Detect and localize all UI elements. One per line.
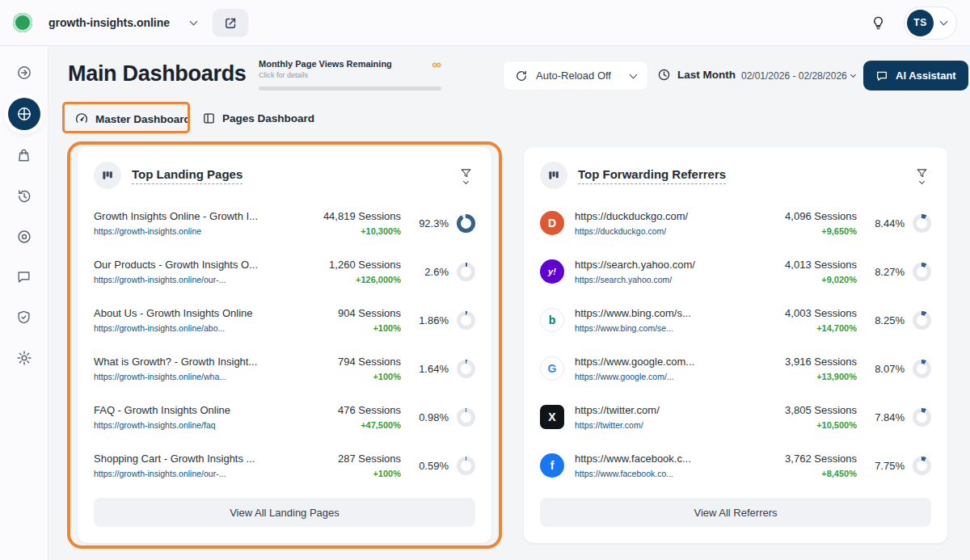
page-views-sublabel: Click for details [259,71,392,79]
landing-pages-list: Growth Insights Online - Growth I... htt… [78,196,491,490]
period-label: Last Month [677,69,736,81]
page-views-remaining[interactable]: Monthly Page Views Remaining Click for d… [259,59,441,91]
sessions-change: +100% [307,469,401,478]
filter-funnel-icon [916,167,928,179]
referrer-row[interactable]: X https://twitter.com/ https://twitter.c… [540,393,931,441]
percent-share: 92.3% [419,217,449,229]
auto-reload-dropdown[interactable]: Auto-Reload Off [503,61,648,91]
landing-page-title: Our Products - Growth Insights O... [94,259,301,271]
sidebar-item-goals[interactable] [9,221,39,251]
duckduckgo-icon: D [540,211,564,235]
donut-chart [457,408,475,427]
landing-page-row[interactable]: Growth Insights Online - Growth I... htt… [94,199,475,247]
sidebar-item-history[interactable] [9,181,39,211]
sessions-change: +100% [307,323,401,333]
referrer-row[interactable]: f https://www.facebook.c... https://www.… [540,441,931,490]
landing-page-row[interactable]: Shopping Cart - Growth Insights ... http… [94,441,475,490]
sessions-change: +10,300% [307,226,401,236]
referrers-card-icon [540,162,567,189]
landing-page-title: What is Growth? - Growth Insight... [94,356,301,368]
referrer-row[interactable]: G https://www.google.com... https://www.… [540,344,931,393]
landing-page-row[interactable]: About Us - Growth Insights Online https:… [94,296,475,344]
privacy-shield-icon [16,309,32,325]
ai-assistant-button[interactable]: AI Assistant [863,61,968,91]
filter-funnel-icon [460,167,472,179]
landing-page-url-link[interactable]: https://growth-insights.online/abo... [94,323,301,333]
referrer-url-link[interactable]: https://www.bing.com/se... [575,323,757,333]
percent-share: 7.84% [875,411,905,423]
sessions-count: 3,762 Sessions [763,453,857,465]
landing-pages-filter-button[interactable] [457,164,475,187]
landing-page-row[interactable]: Our Products - Growth Insights O... http… [94,247,475,296]
sidebar-item-ecommerce[interactable] [9,141,39,171]
clock-icon [657,68,671,82]
referrer-url-link[interactable]: https://www.google.com/... [575,372,757,381]
sidebar-item-settings[interactable] [9,343,39,373]
sessions-count: 4,003 Sessions [763,307,857,319]
tab-pages-dashboard[interactable]: Pages Dashboard [202,112,314,125]
view-all-referrers-button[interactable]: View All Referrers [540,498,931,527]
chevron-down-icon [190,18,198,26]
sessions-change: +9,650% [763,226,857,236]
sidebar-item-enter[interactable] [9,57,39,87]
twitter-icon: X [540,405,564,429]
view-all-landing-pages-button[interactable]: View All Landing Pages [94,498,475,527]
sessions-change: +47,500% [307,420,401,430]
sessions-change: +10,500% [763,420,857,430]
referrer-url-link[interactable]: https://www.facebook.co... [575,469,757,478]
page-views-progress-bar [259,86,441,91]
bing-icon: b [540,308,564,332]
sidebar-item-privacy[interactable] [9,302,39,332]
landing-page-title: Shopping Cart - Growth Insights ... [94,453,301,465]
referrer-url-link[interactable]: https://duckduckgo.com/ [575,226,757,236]
chevron-down-icon [850,72,856,78]
tips-button[interactable] [871,15,886,31]
chevron-down-icon [463,179,469,184]
sessions-change: +14,700% [763,323,857,333]
gauge-icon [74,112,89,126]
page-views-value: ∞ [432,59,441,70]
sessions-count: 3,916 Sessions [763,356,857,368]
referrer-url-link[interactable]: https://search.yahoo.com/ [575,275,757,284]
landing-page-row[interactable]: What is Growth? - Growth Insight... http… [94,344,475,393]
goals-target-icon [16,229,32,245]
sessions-change: +8,450% [763,469,857,478]
landing-page-row[interactable]: FAQ - Growth Insights Online https://gro… [94,393,475,441]
referrer-title: https://search.yahoo.com/ [575,259,757,271]
website-selector[interactable]: growth-insights.online [40,11,205,34]
tab-label: Master Dashboard [95,113,191,125]
period-selector[interactable]: Last Month [657,68,736,82]
landing-page-url-link[interactable]: https://growth-insights.online [94,226,301,236]
sidebar-item-feedback[interactable] [9,262,39,292]
donut-chart [457,457,475,475]
open-website-button[interactable] [213,9,248,37]
referrer-url-link[interactable]: https://twitter.com/ [575,420,757,430]
landing-page-url-link[interactable]: https://growth-insights.online/our-... [94,275,301,284]
referrer-row[interactable]: D https://duckduckgo.com/ https://duckdu… [540,199,931,247]
landing-page-url-link[interactable]: https://growth-insights.online/our-... [94,469,301,478]
sessions-count: 1,260 Sessions [307,259,401,271]
sessions-count: 4,013 Sessions [763,259,857,271]
dashboards-icon [16,106,32,122]
sessions-count: 3,805 Sessions [763,404,857,416]
donut-chart [913,311,931,330]
refresh-icon [515,69,528,82]
referrer-row[interactable]: y! https://search.yahoo.com/ https://sea… [540,247,931,296]
sessions-change: +126,000% [307,275,401,284]
tab-master-dashboard[interactable]: Master Dashboard [74,112,191,126]
sidebar-item-dashboards[interactable] [8,98,40,130]
referrer-title: https://duckduckgo.com/ [575,210,757,222]
top-forwarding-referrers-card: Top Forwarding Referrers D https://duckd… [524,147,947,543]
landing-page-url-link[interactable]: https://growth-insights.online/wha... [94,372,301,381]
user-menu[interactable]: TS [904,6,957,40]
referrers-filter-button[interactable] [913,164,931,187]
sessions-change: +13,900% [763,372,857,381]
history-icon [16,188,32,204]
landing-page-url-link[interactable]: https://growth-insights.online/faq [94,420,301,430]
referrer-title: https://www.bing.com/s... [575,307,757,319]
donut-chart [913,263,931,281]
referrer-row[interactable]: b https://www.bing.com/s... https://www.… [540,296,931,344]
referrer-title: https://www.facebook.c... [575,453,757,465]
date-range-selector[interactable]: 02/01/2026 - 02/28/2026 [741,70,855,82]
avatar: TS [907,10,934,36]
